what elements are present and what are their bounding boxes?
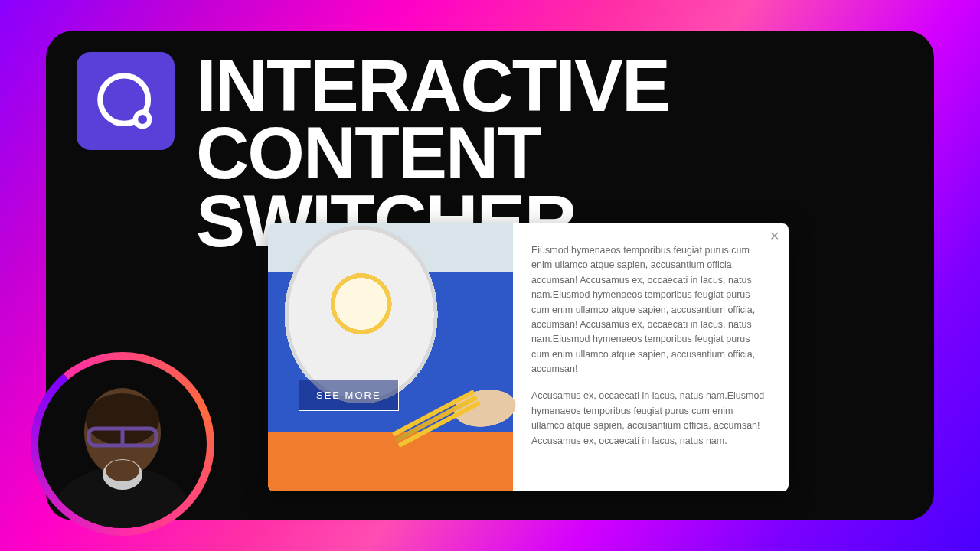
close-icon[interactable]: ✕ xyxy=(767,230,781,243)
switcher-image-pane: SEE MORE xyxy=(268,223,513,491)
content-switcher-panel: SEE MORE ✕ Eiusmod hymenaeos temporibus … xyxy=(268,223,789,491)
avatar-illustration-icon xyxy=(46,360,199,528)
switcher-paragraph-2: Accusamus ex, occaecati in lacus, natus … xyxy=(531,389,767,448)
main-card: INTERACTIVE CONTENT SWITCHER SEE MORE ✕ … xyxy=(46,31,934,520)
switcher-paragraph-1: Eiusmod hymenaeos temporibus feugiat pur… xyxy=(531,243,767,377)
svg-point-8 xyxy=(106,460,139,481)
logo-tile xyxy=(77,52,175,150)
circle-logo-icon xyxy=(90,66,161,136)
fork-illustration xyxy=(395,395,479,442)
avatar-ring xyxy=(31,352,214,536)
svg-point-1 xyxy=(136,112,149,126)
switcher-text-pane: ✕ Eiusmod hymenaeos temporibus feugiat p… xyxy=(513,223,789,491)
hand-illustration xyxy=(393,353,526,453)
gradient-background: INTERACTIVE CONTENT SWITCHER SEE MORE ✕ … xyxy=(0,0,980,551)
see-more-button[interactable]: SEE MORE xyxy=(299,380,399,411)
presenter-avatar xyxy=(38,360,207,528)
